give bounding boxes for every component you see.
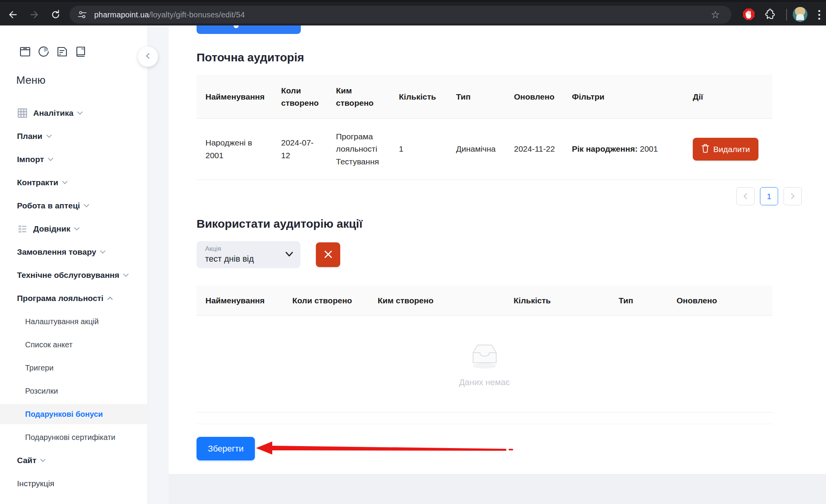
sidebar-item-mailings[interactable]: Розсилки bbox=[0, 381, 148, 401]
forward-icon[interactable] bbox=[26, 6, 43, 23]
chevron-up-icon bbox=[107, 297, 113, 302]
annotation-arrow bbox=[255, 440, 526, 458]
list-icon bbox=[17, 224, 27, 234]
cell-type: Динамічна bbox=[447, 143, 505, 156]
sidebar-item-contracts[interactable]: Контракти bbox=[0, 173, 148, 193]
url-text: pharmapoint.ua/loyalty/gift-bonuses/edit… bbox=[94, 10, 245, 19]
sidebar-item-pharmacy-work[interactable]: Робота в аптеці bbox=[0, 196, 148, 216]
cell-count: 1 bbox=[390, 143, 447, 156]
sidebar-item-triggers[interactable]: Тригери bbox=[0, 358, 148, 378]
delete-button[interactable]: Видалити bbox=[693, 138, 758, 161]
sidebar-item-directory[interactable]: Довідник bbox=[0, 219, 148, 239]
cell-updated: 2024-11-22 bbox=[505, 143, 563, 156]
table-row: Народжені в 2001 2024-07-12 Програма лоя… bbox=[197, 119, 772, 180]
chevron-down-icon bbox=[62, 179, 68, 184]
chevron-down-icon bbox=[46, 132, 52, 138]
main-content: Поточна аудиторія Найменування Коли ство… bbox=[169, 25, 826, 474]
promo-select-label: Акція bbox=[205, 245, 221, 253]
table-header-row: Найменування Коли створено Ким створено … bbox=[197, 286, 772, 316]
col-updated: Оновлено bbox=[668, 294, 772, 307]
toolbar-divider bbox=[786, 9, 787, 20]
empty-text: Даних немає bbox=[459, 377, 510, 387]
url-path: /loyalty/gift-bonuses/edit/54 bbox=[149, 10, 245, 19]
col-name: Найменування bbox=[197, 91, 272, 103]
col-count: Кількість bbox=[390, 91, 447, 103]
grid-icon bbox=[17, 108, 27, 118]
chevron-down-icon bbox=[285, 251, 293, 257]
cell-name: Народжені в 2001 bbox=[197, 137, 272, 162]
col-created: Коли створено bbox=[272, 85, 327, 109]
use-promo-audience-title: Використати аудиторію акції bbox=[197, 217, 363, 230]
col-created: Коли створено bbox=[283, 294, 369, 307]
sidebar-item-goods-order[interactable]: Замовлення товару bbox=[0, 242, 148, 262]
sidebar-item-loyalty-program[interactable]: Програма лояльності bbox=[0, 288, 148, 308]
chevron-left-icon bbox=[144, 52, 151, 61]
extensions-puzzle-icon[interactable] bbox=[763, 8, 776, 22]
pagination-next-button[interactable] bbox=[784, 187, 802, 205]
col-updated: Оновлено bbox=[505, 91, 563, 103]
pagination: 1 bbox=[736, 187, 802, 205]
site-info-icon[interactable] bbox=[76, 9, 88, 20]
cell-created: 2024-07-12 bbox=[272, 137, 327, 162]
book-icon[interactable] bbox=[74, 44, 87, 59]
chevron-left-icon bbox=[744, 193, 750, 200]
chevron-down-icon bbox=[48, 156, 53, 161]
empty-table-body: Даних немає bbox=[197, 316, 772, 413]
chevron-down-icon bbox=[40, 457, 46, 462]
divider bbox=[197, 424, 772, 424]
cell-created-by: Програма лояльності Тестування bbox=[327, 130, 390, 168]
sidebar-item-gift-certificates[interactable]: Подарункові сертифікати bbox=[0, 427, 148, 447]
x-icon bbox=[324, 250, 333, 260]
chevron-down-icon bbox=[74, 225, 80, 230]
chevron-down-icon bbox=[84, 202, 89, 207]
browser-toolbar: pharmapoint.ua/loyalty/gift-bonuses/edit… bbox=[0, 0, 826, 25]
promo-select[interactable]: Акція тест днів від bbox=[197, 241, 300, 268]
col-type: Тип bbox=[447, 91, 505, 103]
col-filters: Фільтри bbox=[563, 91, 684, 103]
sidebar-item-import[interactable]: Імпорт bbox=[0, 149, 148, 169]
sidebar-item-promo-settings[interactable]: Налаштування акцій bbox=[0, 311, 148, 331]
chevron-down-icon bbox=[100, 248, 105, 254]
col-created-by: Ким створено bbox=[327, 85, 390, 109]
clear-promo-button[interactable] bbox=[316, 242, 340, 267]
col-type: Тип bbox=[610, 294, 668, 307]
sidebar-item-questionnaires[interactable]: Список анкет bbox=[0, 335, 148, 355]
cut-off-primary-button[interactable] bbox=[197, 25, 301, 34]
address-bar[interactable]: pharmapoint.ua/loyalty/gift-bonuses/edit… bbox=[70, 6, 731, 24]
filter-label: Рік народження: bbox=[572, 144, 638, 153]
sidebar-item-maintenance[interactable]: Технічне обслуговування bbox=[0, 265, 148, 285]
cell-filters: Рік народження: 2001 bbox=[563, 143, 684, 156]
profile-avatar[interactable] bbox=[793, 7, 807, 22]
save-button[interactable]: Зберегти bbox=[197, 437, 255, 460]
sidebar-item-gift-bonuses[interactable]: Подарункові бонуси bbox=[0, 404, 148, 424]
document-icon[interactable] bbox=[55, 44, 69, 59]
pie-chart-icon[interactable] bbox=[37, 44, 50, 59]
pagination-prev-button[interactable] bbox=[736, 187, 755, 205]
chevron-right-icon bbox=[789, 193, 795, 200]
col-actions: Дії bbox=[684, 91, 772, 103]
sidebar-title: Меню bbox=[16, 74, 46, 86]
table-header-row: Найменування Коли створено Ким створено … bbox=[197, 75, 772, 119]
sidebar-item-analytics[interactable]: Аналітика bbox=[0, 103, 148, 123]
bookmark-star-icon[interactable]: ☆ bbox=[711, 9, 720, 21]
adblock-icon[interactable] bbox=[742, 8, 755, 21]
archive-icon[interactable] bbox=[18, 44, 32, 59]
pagination-page-1[interactable]: 1 bbox=[760, 187, 778, 205]
button-icon-fragment bbox=[234, 25, 239, 28]
cell-actions: Видалити bbox=[684, 138, 772, 161]
back-icon[interactable] bbox=[4, 6, 21, 23]
sidebar: Меню Аналітика Плани Імпорт Контракти Ро… bbox=[0, 25, 148, 504]
kebab-menu-icon[interactable] bbox=[812, 7, 826, 22]
promo-audience-table: Найменування Коли створено Ким створено … bbox=[197, 286, 772, 413]
sidebar-collapse-button[interactable] bbox=[138, 47, 158, 67]
sidebar-quick-icons bbox=[18, 44, 87, 59]
sidebar-item-plans[interactable]: Плани bbox=[0, 126, 148, 146]
reload-icon[interactable] bbox=[47, 6, 64, 23]
chevron-down-icon bbox=[123, 271, 129, 277]
delete-button-label: Видалити bbox=[713, 145, 750, 154]
sidebar-item-instruction[interactable]: Інструкція bbox=[0, 474, 148, 494]
empty-inbox-icon bbox=[466, 340, 503, 372]
sidebar-item-site[interactable]: Сайт bbox=[0, 450, 148, 470]
trash-icon bbox=[701, 144, 709, 155]
chevron-down-icon bbox=[77, 109, 83, 115]
